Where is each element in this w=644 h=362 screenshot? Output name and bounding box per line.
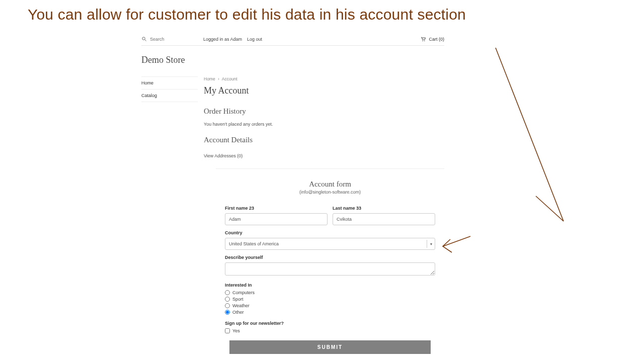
sidebar-item-catalog[interactable]: Catalog <box>141 89 198 102</box>
storefront-frame: Logged in as Adam Log out Cart (0) Demo … <box>141 36 444 354</box>
search-wrap <box>141 36 180 42</box>
account-form: Account form (info@singleton-software.co… <box>216 168 444 354</box>
side-nav: Home Catalog <box>141 76 198 354</box>
svg-line-5 <box>536 196 564 221</box>
interested-option-weather[interactable]: Weather <box>225 303 435 308</box>
form-subtitle: (info@singleton-software.com) <box>216 190 444 195</box>
breadcrumb-current: Account <box>222 76 237 81</box>
search-icon <box>141 36 147 42</box>
interested-option-sport[interactable]: Sport <box>225 297 435 302</box>
main-column: Home › Account My Account Order History … <box>198 76 444 354</box>
first-name-input[interactable] <box>225 213 328 225</box>
order-history-heading: Order History <box>204 107 444 116</box>
interested-option-other[interactable]: Other <box>225 310 435 315</box>
sidebar-item-home[interactable]: Home <box>141 76 198 89</box>
cart-label: Cart (0) <box>429 37 444 42</box>
annotation-arrow-icon <box>438 45 579 256</box>
first-name-label: First name 23 <box>225 206 328 211</box>
top-bar: Logged in as Adam Log out Cart (0) <box>141 36 444 46</box>
newsletter-checkbox-group: Yes <box>225 328 435 333</box>
last-name-input[interactable] <box>333 213 435 225</box>
logout-link[interactable]: Log out <box>247 37 262 42</box>
view-addresses-link[interactable]: View Addresses (0) <box>204 153 243 158</box>
interested-heading: Interested In <box>225 283 435 288</box>
last-name-label: Last name 33 <box>333 206 435 211</box>
logged-in-text: Logged in as Adam <box>203 37 242 42</box>
country-label: Country <box>225 230 435 235</box>
newsletter-checkbox-yes[interactable]: Yes <box>225 328 435 333</box>
interested-radio-group: Computers Sport Weather Other <box>225 290 435 315</box>
describe-label: Describe yourself <box>225 255 435 260</box>
no-orders-text: You haven't placed any orders yet. <box>204 122 444 127</box>
page-title: My Account <box>204 85 444 96</box>
chevron-right-icon: › <box>218 76 219 81</box>
breadcrumb-home[interactable]: Home <box>204 76 215 81</box>
svg-line-6 <box>443 236 470 246</box>
cart-icon <box>421 37 426 42</box>
svg-line-4 <box>496 48 564 221</box>
newsletter-heading: Sign up for our newsletter? <box>225 321 435 326</box>
svg-point-0 <box>142 37 145 40</box>
form-title: Account form <box>216 180 444 189</box>
interested-option-computers[interactable]: Computers <box>225 290 435 295</box>
submit-button[interactable]: SUBMIT <box>229 340 431 354</box>
svg-point-3 <box>425 40 425 41</box>
describe-textarea[interactable] <box>225 262 435 276</box>
svg-point-2 <box>423 40 423 41</box>
cart-link[interactable]: Cart (0) <box>421 37 444 42</box>
hero-caption: You can allow for customer to edit his d… <box>0 0 644 27</box>
search-input[interactable] <box>150 37 180 42</box>
country-select[interactable]: United States of America <box>225 238 435 250</box>
breadcrumb: Home › Account <box>204 76 444 81</box>
store-title[interactable]: Demo Store <box>141 55 444 65</box>
svg-line-1 <box>145 40 146 41</box>
account-details-heading: Account Details <box>204 136 444 144</box>
